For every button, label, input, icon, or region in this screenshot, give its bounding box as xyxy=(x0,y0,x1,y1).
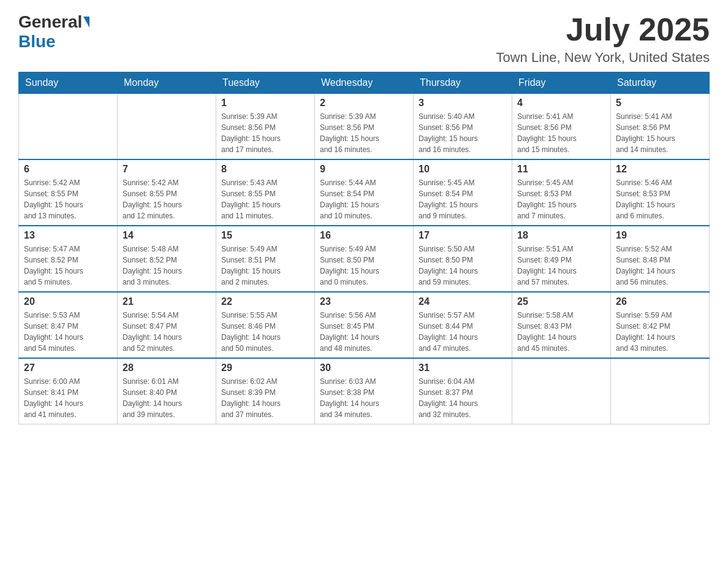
day-number: 10 xyxy=(419,164,507,175)
day-info: Sunrise: 5:49 AM Sunset: 8:50 PM Dayligh… xyxy=(320,243,408,288)
day-info: Sunrise: 5:44 AM Sunset: 8:54 PM Dayligh… xyxy=(320,177,408,221)
logo-triangle-icon xyxy=(83,17,89,28)
day-number: 4 xyxy=(517,98,605,109)
day-info: Sunrise: 5:48 AM Sunset: 8:52 PM Dayligh… xyxy=(123,243,211,288)
column-header-saturday: Saturday xyxy=(611,72,710,94)
calendar-cell: 14Sunrise: 5:48 AM Sunset: 8:52 PM Dayli… xyxy=(118,226,216,292)
day-info: Sunrise: 5:41 AM Sunset: 8:56 PM Dayligh… xyxy=(616,111,704,155)
day-info: Sunrise: 5:55 AM Sunset: 8:46 PM Dayligh… xyxy=(221,310,309,354)
calendar-cell: 5Sunrise: 5:41 AM Sunset: 8:56 PM Daylig… xyxy=(611,94,710,160)
day-number: 11 xyxy=(517,164,605,175)
day-number: 31 xyxy=(419,362,507,373)
title-section: July 2025 Town Line, New York, United St… xyxy=(496,12,710,66)
calendar-cell: 13Sunrise: 5:47 AM Sunset: 8:52 PM Dayli… xyxy=(19,226,118,292)
column-header-friday: Friday xyxy=(512,72,611,94)
calendar-cell: 9Sunrise: 5:44 AM Sunset: 8:54 PM Daylig… xyxy=(315,159,414,226)
calendar-cell: 29Sunrise: 6:02 AM Sunset: 8:39 PM Dayli… xyxy=(216,358,315,424)
day-number: 6 xyxy=(24,164,112,175)
day-number: 23 xyxy=(320,296,408,307)
day-info: Sunrise: 6:04 AM Sunset: 8:37 PM Dayligh… xyxy=(419,376,507,420)
day-number: 21 xyxy=(123,296,211,307)
day-info: Sunrise: 5:47 AM Sunset: 8:52 PM Dayligh… xyxy=(24,243,112,288)
day-number: 9 xyxy=(320,164,408,175)
day-info: Sunrise: 5:45 AM Sunset: 8:54 PM Dayligh… xyxy=(419,177,507,221)
day-info: Sunrise: 5:45 AM Sunset: 8:53 PM Dayligh… xyxy=(517,177,605,221)
calendar-cell: 8Sunrise: 5:43 AM Sunset: 8:55 PM Daylig… xyxy=(216,159,315,226)
calendar-cell xyxy=(19,94,118,160)
column-header-sunday: Sunday xyxy=(19,72,118,94)
calendar-cell: 1Sunrise: 5:39 AM Sunset: 8:56 PM Daylig… xyxy=(216,94,315,160)
calendar-cell: 25Sunrise: 5:58 AM Sunset: 8:43 PM Dayli… xyxy=(512,292,611,358)
column-header-monday: Monday xyxy=(118,72,216,94)
calendar-cell: 11Sunrise: 5:45 AM Sunset: 8:53 PM Dayli… xyxy=(512,159,611,226)
day-info: Sunrise: 5:50 AM Sunset: 8:50 PM Dayligh… xyxy=(419,243,507,288)
calendar-cell xyxy=(118,94,216,160)
day-number: 12 xyxy=(616,164,704,175)
logo-general-text: General xyxy=(18,12,82,32)
day-info: Sunrise: 5:40 AM Sunset: 8:56 PM Dayligh… xyxy=(419,111,507,155)
calendar-header-row: SundayMondayTuesdayWednesdayThursdayFrid… xyxy=(19,72,710,94)
day-info: Sunrise: 5:52 AM Sunset: 8:48 PM Dayligh… xyxy=(616,243,704,288)
calendar-week-row: 6Sunrise: 5:42 AM Sunset: 8:55 PM Daylig… xyxy=(19,159,710,226)
calendar-cell: 21Sunrise: 5:54 AM Sunset: 8:47 PM Dayli… xyxy=(118,292,216,358)
day-info: Sunrise: 5:56 AM Sunset: 8:45 PM Dayligh… xyxy=(320,310,408,354)
day-info: Sunrise: 5:39 AM Sunset: 8:56 PM Dayligh… xyxy=(320,111,408,155)
day-info: Sunrise: 5:43 AM Sunset: 8:55 PM Dayligh… xyxy=(221,177,309,221)
day-info: Sunrise: 6:03 AM Sunset: 8:38 PM Dayligh… xyxy=(320,376,408,420)
day-number: 14 xyxy=(123,230,211,241)
calendar-cell: 6Sunrise: 5:42 AM Sunset: 8:55 PM Daylig… xyxy=(19,159,118,226)
day-number: 22 xyxy=(221,296,309,307)
logo: General Blue xyxy=(18,12,91,52)
day-number: 16 xyxy=(320,230,408,241)
calendar-week-row: 13Sunrise: 5:47 AM Sunset: 8:52 PM Dayli… xyxy=(19,226,710,292)
calendar-week-row: 27Sunrise: 6:00 AM Sunset: 8:41 PM Dayli… xyxy=(19,358,710,424)
location-subtitle: Town Line, New York, United States xyxy=(496,50,710,66)
day-number: 26 xyxy=(616,296,704,307)
calendar-cell: 19Sunrise: 5:52 AM Sunset: 8:48 PM Dayli… xyxy=(611,226,710,292)
day-info: Sunrise: 5:42 AM Sunset: 8:55 PM Dayligh… xyxy=(123,177,211,221)
calendar-cell: 30Sunrise: 6:03 AM Sunset: 8:38 PM Dayli… xyxy=(315,358,414,424)
calendar-cell: 4Sunrise: 5:41 AM Sunset: 8:56 PM Daylig… xyxy=(512,94,611,160)
calendar-cell: 26Sunrise: 5:59 AM Sunset: 8:42 PM Dayli… xyxy=(611,292,710,358)
day-number: 18 xyxy=(517,230,605,241)
calendar-cell: 20Sunrise: 5:53 AM Sunset: 8:47 PM Dayli… xyxy=(19,292,118,358)
calendar-cell: 18Sunrise: 5:51 AM Sunset: 8:49 PM Dayli… xyxy=(512,226,611,292)
calendar-week-row: 1Sunrise: 5:39 AM Sunset: 8:56 PM Daylig… xyxy=(19,94,710,160)
day-info: Sunrise: 5:49 AM Sunset: 8:51 PM Dayligh… xyxy=(221,243,309,288)
calendar-cell: 24Sunrise: 5:57 AM Sunset: 8:44 PM Dayli… xyxy=(414,292,512,358)
calendar-cell: 23Sunrise: 5:56 AM Sunset: 8:45 PM Dayli… xyxy=(315,292,414,358)
day-number: 20 xyxy=(24,296,112,307)
calendar-cell xyxy=(611,358,710,424)
day-info: Sunrise: 6:02 AM Sunset: 8:39 PM Dayligh… xyxy=(221,376,309,420)
calendar-cell: 7Sunrise: 5:42 AM Sunset: 8:55 PM Daylig… xyxy=(118,159,216,226)
calendar-cell: 27Sunrise: 6:00 AM Sunset: 8:41 PM Dayli… xyxy=(19,358,118,424)
calendar-cell: 12Sunrise: 5:46 AM Sunset: 8:53 PM Dayli… xyxy=(611,159,710,226)
day-number: 28 xyxy=(123,362,211,373)
day-number: 3 xyxy=(419,98,507,109)
day-number: 13 xyxy=(24,230,112,241)
day-number: 27 xyxy=(24,362,112,373)
calendar-cell: 10Sunrise: 5:45 AM Sunset: 8:54 PM Dayli… xyxy=(414,159,512,226)
calendar-cell: 31Sunrise: 6:04 AM Sunset: 8:37 PM Dayli… xyxy=(414,358,512,424)
day-number: 24 xyxy=(419,296,507,307)
day-info: Sunrise: 5:41 AM Sunset: 8:56 PM Dayligh… xyxy=(517,111,605,155)
calendar-cell: 2Sunrise: 5:39 AM Sunset: 8:56 PM Daylig… xyxy=(315,94,414,160)
day-info: Sunrise: 6:01 AM Sunset: 8:40 PM Dayligh… xyxy=(123,376,211,420)
calendar-cell xyxy=(512,358,611,424)
day-number: 1 xyxy=(221,98,309,109)
day-number: 2 xyxy=(320,98,408,109)
calendar-cell: 15Sunrise: 5:49 AM Sunset: 8:51 PM Dayli… xyxy=(216,226,315,292)
day-info: Sunrise: 6:00 AM Sunset: 8:41 PM Dayligh… xyxy=(24,376,112,420)
day-number: 25 xyxy=(517,296,605,307)
day-number: 5 xyxy=(616,98,704,109)
calendar-week-row: 20Sunrise: 5:53 AM Sunset: 8:47 PM Dayli… xyxy=(19,292,710,358)
day-info: Sunrise: 5:39 AM Sunset: 8:56 PM Dayligh… xyxy=(221,111,309,155)
column-header-tuesday: Tuesday xyxy=(216,72,315,94)
calendar-cell: 3Sunrise: 5:40 AM Sunset: 8:56 PM Daylig… xyxy=(414,94,512,160)
day-number: 8 xyxy=(221,164,309,175)
logo-blue-text: Blue xyxy=(18,32,56,51)
calendar-cell: 22Sunrise: 5:55 AM Sunset: 8:46 PM Dayli… xyxy=(216,292,315,358)
day-number: 30 xyxy=(320,362,408,373)
day-info: Sunrise: 5:42 AM Sunset: 8:55 PM Dayligh… xyxy=(24,177,112,221)
calendar-cell: 17Sunrise: 5:50 AM Sunset: 8:50 PM Dayli… xyxy=(414,226,512,292)
